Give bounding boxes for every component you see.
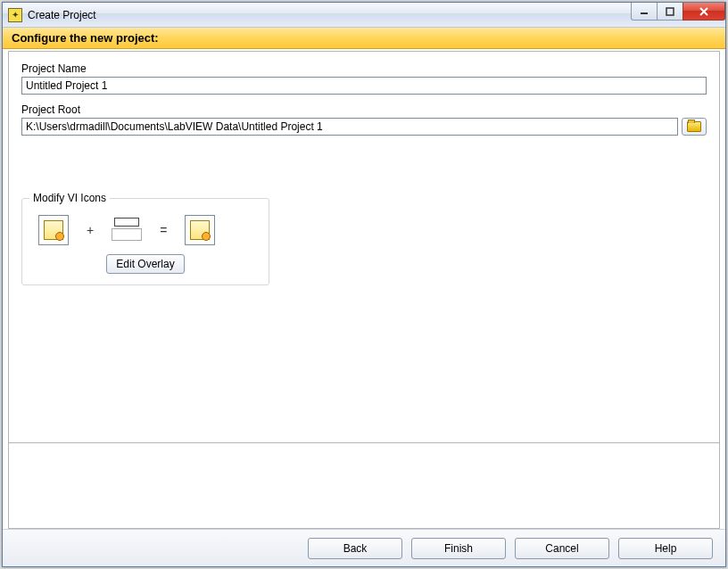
message-area[interactable]	[9, 442, 719, 528]
window-title: Create Project	[28, 9, 96, 21]
dialog-window: ✦ Create Project Configure the new proje…	[2, 2, 726, 567]
content-panel: Project Name Project Root Modify VI Icon…	[8, 51, 720, 529]
minimize-button[interactable]	[631, 3, 658, 21]
overlay-preview	[112, 218, 142, 243]
window-controls	[632, 3, 725, 21]
labview-icon: ✦	[8, 8, 22, 22]
finish-button[interactable]: Finish	[411, 538, 506, 559]
maximize-button[interactable]	[657, 3, 683, 21]
svg-rect-1	[666, 8, 674, 15]
folder-icon	[687, 121, 701, 132]
project-root-label: Project Root	[21, 103, 707, 116]
base-icon-preview	[38, 215, 69, 245]
plus-symbol: +	[87, 223, 94, 237]
project-name-input[interactable]	[21, 77, 707, 95]
project-root-input[interactable]	[21, 118, 678, 136]
help-button[interactable]: Help	[618, 538, 713, 559]
group-legend: Modify VI Icons	[29, 192, 110, 204]
overlay-bottom-icon	[112, 228, 142, 241]
vi-icon-result	[190, 220, 210, 240]
banner-text: Configure the new project:	[12, 31, 159, 45]
banner: Configure the new project:	[3, 28, 725, 49]
footer: Back Finish Cancel Help	[3, 529, 725, 566]
back-button[interactable]: Back	[308, 538, 402, 559]
cancel-button[interactable]: Cancel	[515, 538, 609, 559]
close-button[interactable]	[682, 3, 725, 21]
browse-button[interactable]	[682, 118, 707, 136]
edit-overlay-button[interactable]: Edit Overlay	[106, 254, 184, 274]
project-name-label: Project Name	[21, 62, 707, 75]
overlay-top-icon	[114, 218, 139, 227]
result-icon-preview	[185, 215, 215, 245]
modify-vi-icons-group: Modify VI Icons + = Edit Overlay	[21, 198, 269, 285]
vi-icon	[44, 220, 63, 240]
titlebar[interactable]: ✦ Create Project	[3, 3, 725, 28]
equals-symbol: =	[160, 223, 167, 237]
